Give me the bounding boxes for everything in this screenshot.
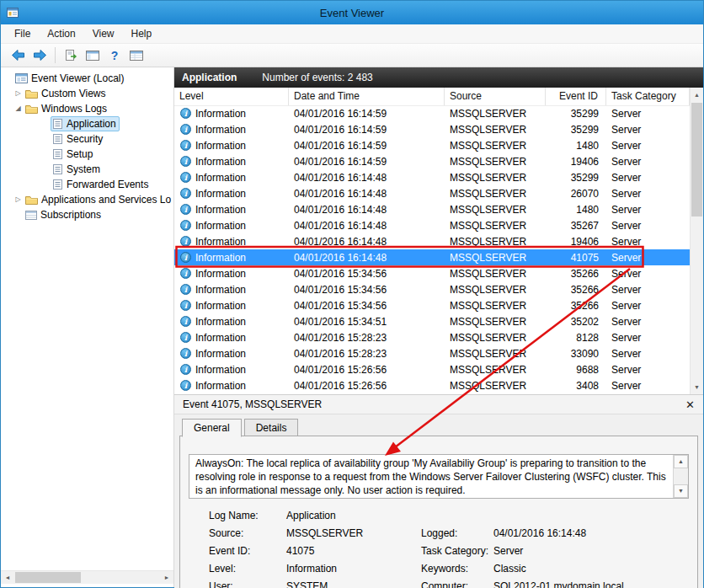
tree-item-label: Applications and Services Lo	[41, 194, 171, 206]
list-vertical-scrollbar[interactable]: ▲ ▼	[690, 88, 703, 394]
task-category-cell: Server	[606, 364, 690, 376]
tree-item-label: Setup	[67, 148, 93, 160]
event-row[interactable]: iInformation04/01/2016 16:14:48MSSQLSERV…	[174, 233, 690, 249]
event-row[interactable]: iInformation04/01/2016 15:34:56MSSQLSERV…	[174, 281, 690, 297]
event-row[interactable]: iInformation04/01/2016 16:14:59MSSQLSERV…	[174, 105, 690, 121]
property-row: User:SYSTEMComputer:SQL2012-01.mydomain.…	[209, 580, 689, 588]
event-properties: Log Name:ApplicationSource:MSSQLSERVERLo…	[209, 510, 689, 588]
information-icon: i	[180, 220, 191, 231]
close-preview-button[interactable]: ✕	[685, 398, 695, 411]
scrollbar-thumb[interactable]	[15, 572, 81, 583]
event-row[interactable]: iInformation04/01/2016 16:14:59MSSQLSERV…	[174, 137, 690, 153]
scroll-left-icon[interactable]: ◄	[1, 571, 14, 584]
tree-item-subscriptions[interactable]: Subscriptions	[1, 207, 173, 222]
menu-action[interactable]: Action	[39, 28, 83, 40]
column-header-event-id[interactable]: Event ID	[546, 88, 606, 105]
log-icon	[52, 133, 63, 145]
information-icon: i	[180, 300, 191, 311]
event-row[interactable]: iInformation04/01/2016 16:14:48MSSQLSERV…	[174, 217, 690, 233]
task-category-cell: Server	[606, 236, 690, 248]
event-id-cell: 26070	[546, 188, 606, 200]
datetime-cell: 04/01/2016 15:34:51	[289, 316, 445, 328]
event-id-cell: 8128	[546, 332, 606, 344]
property-row: Log Name:Application	[209, 510, 689, 527]
information-icon: i	[180, 284, 191, 295]
preview-pane-title: Event 41075, MSSQLSERVER	[183, 398, 685, 410]
column-header-level[interactable]: Level	[174, 88, 289, 105]
back-button[interactable]	[7, 46, 29, 65]
tree-item-windows-logs[interactable]: ◢Windows Logs	[1, 101, 173, 116]
event-row[interactable]: iInformation04/01/2016 15:28:23MSSQLSERV…	[174, 329, 690, 345]
console-tree-button[interactable]	[82, 46, 104, 65]
event-row[interactable]: iInformation04/01/2016 16:14:48MSSQLSERV…	[174, 249, 690, 265]
field-value: 41075	[286, 545, 421, 557]
scroll-up-icon[interactable]: ▲	[674, 455, 688, 468]
menu-view[interactable]: View	[84, 28, 123, 40]
event-count: Number of events: 2 483	[262, 72, 372, 83]
event-id-cell: 35266	[546, 268, 606, 280]
menu-help[interactable]: Help	[123, 28, 161, 40]
property-row: Source:MSSQLSERVERLogged:04/01/2016 16:1…	[209, 527, 689, 545]
field-label: Log Name:	[209, 510, 286, 521]
information-icon: i	[180, 348, 191, 359]
tree-item-event-viewer-local[interactable]: Event Viewer (Local)	[1, 71, 173, 86]
event-row[interactable]: iInformation04/01/2016 15:34:56MSSQLSERV…	[174, 297, 690, 313]
event-id-cell: 19406	[546, 236, 606, 248]
tree-item-label: Windows Logs	[41, 103, 107, 115]
expanded-expander-icon[interactable]: ◢	[13, 101, 24, 116]
tab-details[interactable]: Details	[244, 419, 299, 436]
level-text: Information	[195, 236, 246, 248]
information-icon: i	[180, 204, 191, 215]
event-row[interactable]: iInformation04/01/2016 16:14:59MSSQLSERV…	[174, 121, 690, 137]
window-title: Event Viewer	[1, 7, 703, 19]
list-view-button[interactable]	[125, 46, 147, 65]
tree-item-applications-and-services-lo[interactable]: ▷Applications and Services Lo	[1, 192, 173, 207]
scroll-up-icon[interactable]: ▲	[691, 88, 703, 102]
scroll-down-icon[interactable]: ▼	[691, 380, 703, 394]
event-row[interactable]: iInformation04/01/2016 15:26:56MSSQLSERV…	[174, 361, 690, 377]
column-header-source[interactable]: Source	[445, 88, 546, 105]
description-scrollbar[interactable]: ▲ ▼	[673, 455, 688, 498]
event-id-cell: 41075	[546, 252, 606, 264]
task-category-cell: Server	[606, 316, 690, 328]
level-text: Information	[195, 204, 246, 216]
collapsed-expander-icon[interactable]: ▷	[13, 86, 24, 101]
tab-general[interactable]: General	[182, 419, 242, 437]
event-row[interactable]: iInformation04/01/2016 16:14:59MSSQLSERV…	[174, 153, 690, 169]
task-category-cell: Server	[606, 204, 690, 216]
information-icon: i	[180, 380, 191, 391]
task-category-cell: Server	[606, 220, 690, 232]
event-row[interactable]: iInformation04/01/2016 15:28:23MSSQLSERV…	[174, 345, 690, 361]
preview-pane: Event 41075, MSSQLSERVER ✕ General Detai…	[174, 394, 703, 588]
tree-item-custom-views[interactable]: ▷Custom Views	[1, 86, 173, 101]
tree-item-forwarded-events[interactable]: Forwarded Events	[1, 177, 173, 192]
event-row[interactable]: iInformation04/01/2016 16:14:48MSSQLSERV…	[174, 169, 690, 185]
scroll-right-icon[interactable]: ►	[160, 571, 173, 584]
event-row[interactable]: iInformation04/01/2016 15:26:56MSSQLSERV…	[174, 377, 690, 393]
collapsed-expander-icon[interactable]: ▷	[13, 192, 24, 207]
scrollbar-thumb[interactable]	[691, 103, 702, 216]
export-button[interactable]	[60, 46, 82, 65]
tree-item-application[interactable]: Application	[1, 116, 173, 131]
task-category-cell: Server	[606, 108, 690, 120]
tree-item-security[interactable]: Security	[1, 131, 173, 147]
help-button[interactable]: ?	[104, 46, 125, 65]
level-text: Information	[195, 156, 246, 168]
tree-item-label: Custom Views	[41, 88, 105, 99]
event-row[interactable]: iInformation04/01/2016 15:34:56MSSQLSERV…	[174, 265, 690, 281]
tree-horizontal-scrollbar[interactable]: ◄ ►	[1, 570, 173, 584]
event-row[interactable]: iInformation04/01/2016 15:34:51MSSQLSERV…	[174, 313, 690, 329]
tree-item-setup[interactable]: Setup	[1, 147, 173, 162]
event-id-cell: 33090	[546, 348, 606, 360]
column-header-task-category[interactable]: Task Category	[606, 88, 690, 105]
menu-file[interactable]: File	[6, 28, 39, 40]
event-description-box[interactable]: AlwaysOn: The local replica of availabil…	[189, 454, 689, 499]
event-row[interactable]: iInformation04/01/2016 16:14:48MSSQLSERV…	[174, 185, 690, 201]
column-header-date-and-time[interactable]: Date and Time	[289, 88, 445, 105]
event-row[interactable]: iInformation04/01/2016 16:14:48MSSQLSERV…	[174, 201, 690, 217]
scroll-down-icon[interactable]: ▼	[674, 484, 688, 498]
forward-button[interactable]	[29, 46, 51, 65]
field-label: Logged:	[421, 527, 493, 539]
titlebar[interactable]: Event Viewer	[1, 1, 703, 24]
tree-item-system[interactable]: System	[1, 162, 173, 177]
